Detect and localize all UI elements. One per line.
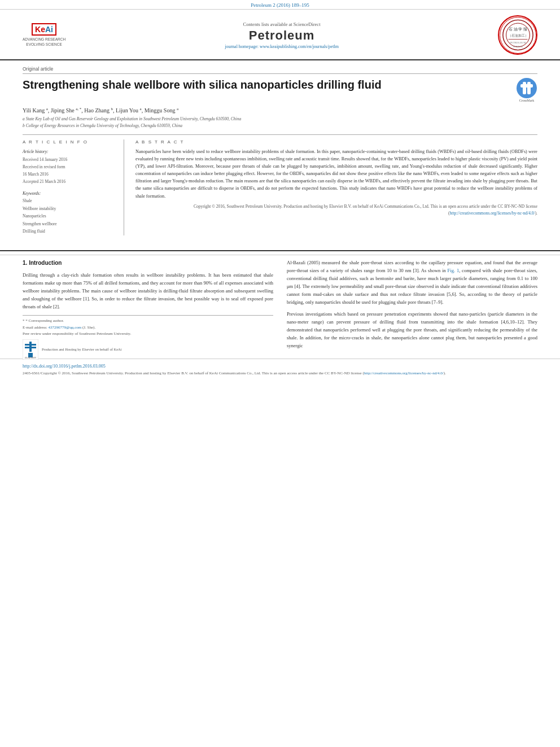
doi-line[interactable]: http://dx.doi.org/10.1016/j.petlm.2016.0… [23, 364, 537, 369]
footnote-star-line: * * Corresponding author. [23, 318, 273, 324]
accepted-date: Accepted 21 March 2016 [23, 178, 117, 186]
page-bottom: http://dx.doi.org/10.1016/j.petlm.2016.0… [0, 359, 560, 381]
ke-ai-logo-text: KeAi [32, 23, 56, 36]
svg-text:PETROLEUM: PETROLEUM [510, 41, 526, 44]
body-left-col: 1. Introduction Drilling through a clay-… [23, 259, 273, 359]
abstract-copyright: Copyright © 2016, Southwest Petroleum Un… [135, 203, 537, 217]
ke-ai-logo: KeAi ADVANCING RESEARCH EVOLVING SCIENCE [23, 23, 65, 47]
elsevier-text: Production and Hosting by Elsevier on be… [42, 347, 122, 353]
article-type: Original article [23, 66, 537, 74]
article-history: Article history: Received 14 January 201… [23, 148, 117, 186]
abstract-label: A B S T R A C T [135, 139, 537, 145]
footnote-email[interactable]: 437290779@qq.com [49, 325, 82, 330]
abstract-text: Nanoparticles have been widely used to r… [135, 148, 537, 200]
body-two-col: 1. Introduction Drilling through a clay-… [23, 259, 537, 359]
sciencedirect-line: Contents lists available at ScienceDirec… [65, 21, 498, 27]
right-logo: 石 油 学 报 （石油加工） PETROLEUM SCIENCE [498, 15, 537, 55]
journal-center: Contents lists available at ScienceDirec… [65, 21, 498, 49]
crossmark-label: CrossMark [519, 99, 535, 102]
main-content: Original article Strengthening shale wel… [0, 60, 560, 247]
crossmark[interactable]: CrossMark [516, 77, 537, 102]
right-logo-text: 石 油 学 报 （石油加工） PETROLEUM SCIENCE [500, 17, 536, 54]
authors-line: Yili Kang a, Jiping She a, *, Hao Zhang … [23, 107, 537, 113]
svg-point-7 [517, 78, 537, 98]
intro-right-para1: Al-Bazali (2005) measured the shale pore… [287, 259, 537, 306]
svg-text:ELSEVIER: ELSEVIER [25, 356, 36, 359]
footnote-peer: Peer review under responsibility of Sout… [23, 331, 273, 337]
revised-date: Received in revised form16 March 2016 [23, 164, 117, 178]
introduction-heading: 1. Introduction [23, 259, 273, 268]
svg-rect-9 [520, 84, 533, 88]
keywords-label: Keywords: [23, 191, 117, 196]
affiliation-a: a State Key Lab of Oil and Gas Reservoir… [23, 116, 537, 122]
intro-para1: Drilling through a clay-rich shale forma… [23, 271, 273, 311]
keyword-wellbore: Wellbore instability [23, 205, 117, 213]
svg-text:SCIENCE: SCIENCE [513, 45, 523, 48]
svg-rect-14 [25, 347, 29, 348]
keywords-list: Shale Wellbore instability Nanoparticles… [23, 197, 117, 235]
article-info-label: A R T I C L E I N F O [23, 139, 117, 145]
copyright-bottom-link[interactable]: http://creativecommons.org/licenses/by-n… [364, 371, 444, 375]
history-label: Article history: [23, 148, 117, 156]
logo-subtitle: ADVANCING RESEARCH EVOLVING SCIENCE [23, 37, 65, 47]
journal-title: Petroleum [65, 28, 498, 43]
intro-right-para2: Previous investigations which based on p… [287, 310, 537, 350]
affiliations: a State Key Lab of Oil and Gas Reservoir… [23, 116, 537, 129]
svg-rect-16 [32, 347, 36, 348]
svg-rect-13 [25, 344, 29, 346]
abstract-col: A B S T R A C T Nanoparticles have been … [135, 139, 537, 235]
body-right-col: Al-Bazali (2005) measured the shale pore… [287, 259, 537, 359]
footnote-section: * * Corresponding author. E-mail address… [23, 315, 273, 337]
keyword-shale: Shale [23, 197, 117, 205]
copyright-bottom: 2405-6561/Copyright © 2016, Southwest Pe… [23, 370, 537, 377]
footnote-email-line: E-mail address: 437290779@qq.com (J. She… [23, 325, 273, 331]
journal-reference: Petroleum 2 (2016) 189–195 [0, 0, 560, 10]
received-date: Received 14 January 2016 [23, 156, 117, 164]
thin-divider [0, 255, 560, 255]
keyword-drilling: Drilling fluid [23, 228, 117, 235]
body-content: 1. Introduction Drilling through a clay-… [0, 259, 560, 359]
article-info-abstract: A R T I C L E I N F O Article history: R… [23, 134, 537, 235]
svg-text:石 油 学 报: 石 油 学 报 [509, 27, 527, 31]
thick-divider [0, 250, 560, 251]
article-info-col: A R T I C L E I N F O Article history: R… [23, 139, 124, 235]
affiliation-b: b College of Energy Resources in Chengdu… [23, 123, 537, 129]
svg-rect-15 [32, 344, 36, 346]
svg-rect-12 [29, 342, 32, 352]
keyword-strengthen: Strengthen wellbore [23, 220, 117, 228]
svg-rect-8 [523, 82, 526, 94]
copyright-link[interactable]: http://creativecommons.org/licenses/by-n… [450, 211, 535, 216]
keyword-nanoparticles: Nanoparticles [23, 212, 117, 220]
journal-homepage: journal homepage: www.keaipublishing.com… [65, 44, 498, 49]
elsevier-icon: ELSEVIER [23, 340, 38, 359]
svg-text:（石油加工）: （石油加工） [508, 34, 528, 38]
article-title-row: Strengthening shale wellbore with silica… [23, 77, 537, 102]
keywords-section: Keywords: Shale Wellbore instability Nan… [23, 191, 117, 235]
article-title: Strengthening shale wellbore with silica… [23, 77, 516, 92]
elsevier-logo: ELSEVIER Production and Hosting by Elsev… [23, 340, 273, 359]
journal-header: KeAi ADVANCING RESEARCH EVOLVING SCIENCE… [0, 10, 560, 60]
svg-rect-10 [527, 82, 531, 94]
